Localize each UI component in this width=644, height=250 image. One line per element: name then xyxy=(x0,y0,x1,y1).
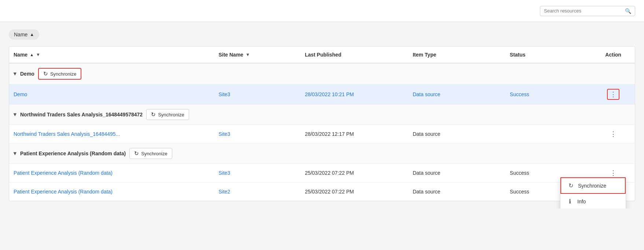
sync-icon: ↻ xyxy=(567,182,574,189)
row-last-published: 25/03/2022 07:22 PM xyxy=(301,164,408,182)
col-header-name: Name ▲ ▼ xyxy=(9,47,214,63)
group-row: ▶Demo↻Synchronize xyxy=(9,63,635,84)
row-last-published: 28/03/2022 12:17 PM xyxy=(301,125,408,144)
sort-arrow-icon: ▲ xyxy=(30,52,34,57)
action-menu-button[interactable]: ⋮ xyxy=(607,89,619,100)
sync-button-label: Synchronize xyxy=(158,112,184,117)
row-item-type: Data source xyxy=(408,125,505,144)
row-lastpub-link[interactable]: 28/03/2022 10:21 PM xyxy=(305,91,354,97)
col-header-status: Status xyxy=(505,47,592,63)
synchronize-button[interactable]: ↻Synchronize xyxy=(146,109,189,120)
group-name: Demo xyxy=(20,71,34,77)
table-row: Patient Experience Analysis (Random data… xyxy=(9,164,635,182)
sort-pill-label: Name xyxy=(14,32,27,37)
row-status xyxy=(505,125,592,144)
synchronize-button[interactable]: ↻Synchronize xyxy=(38,68,82,80)
expand-icon[interactable]: ▶ xyxy=(13,113,17,116)
table-row: Patient Experience Analysis (Random data… xyxy=(9,182,635,201)
filter-icon-name[interactable]: ▼ xyxy=(36,52,40,57)
top-bar: 🔍 xyxy=(0,0,644,22)
row-item-type: Data source xyxy=(408,182,505,201)
info-icon: ℹ xyxy=(566,198,574,205)
table-header-row: Name ▲ ▼ Site Name ▼ Last Published xyxy=(9,47,635,63)
col-header-site: Site Name ▼ xyxy=(214,47,300,63)
col-header-lastpub: Last Published xyxy=(301,47,408,63)
sync-icon: ↻ xyxy=(151,111,156,118)
row-site-link[interactable]: Site3 xyxy=(218,170,230,176)
row-name-link[interactable]: Patient Experience Analysis (Random data… xyxy=(14,170,113,176)
table-body: ▶Demo↻SynchronizeDemoSite328/03/2022 10:… xyxy=(9,63,635,201)
search-icon: 🔍 xyxy=(625,8,631,14)
row-last-published: 25/03/2022 07:22 PM xyxy=(301,182,408,201)
sync-icon: ↻ xyxy=(43,70,48,77)
sync-button-label: Synchronize xyxy=(50,71,77,77)
row-item-type: Data source xyxy=(408,84,505,105)
sort-chevron-icon: ▲ xyxy=(30,32,34,37)
context-menu-item-sync[interactable]: ↻Synchronize xyxy=(560,177,626,194)
context-menu-item-info[interactable]: ℹInfo xyxy=(560,194,626,209)
row-site-link[interactable]: Site3 xyxy=(218,91,230,97)
row-site-link[interactable]: Site3 xyxy=(218,131,230,137)
expand-icon[interactable]: ▶ xyxy=(13,72,17,75)
expand-icon[interactable]: ▶ xyxy=(13,152,17,155)
filter-icon-site[interactable]: ▼ xyxy=(246,52,250,57)
main-container: Name ▲ Name ▲ ▼ Site Name xyxy=(0,22,644,209)
row-site-link[interactable]: Site2 xyxy=(218,189,230,195)
row-name-link[interactable]: Demo xyxy=(14,91,27,97)
sync-button-label: Synchronize xyxy=(141,151,168,156)
search-box[interactable]: 🔍 xyxy=(540,6,635,16)
resources-table: Name ▲ ▼ Site Name ▼ Last Published xyxy=(9,47,635,201)
row-name-link[interactable]: Patient Experience Analysis (Random data… xyxy=(14,189,113,195)
group-name: Northwind Traders Sales Analysis_1648449… xyxy=(20,112,143,117)
action-menu-button[interactable]: ⋮ xyxy=(608,168,619,178)
table-row: DemoSite328/03/2022 10:21 PMData sourceS… xyxy=(9,84,635,105)
row-last-published: 28/03/2022 10:21 PM xyxy=(301,84,408,105)
row-action-cell: ⋮ xyxy=(592,84,635,105)
row-item-type: Data source xyxy=(408,164,505,182)
group-name: Patient Experience Analysis (Random data… xyxy=(20,151,126,156)
table-row: Northwind Traders Sales Analysis_1648449… xyxy=(9,125,635,144)
row-itemtype-link[interactable]: Data source xyxy=(413,91,440,97)
row-action-cell: ⋮ xyxy=(592,125,635,144)
group-row: ▶Patient Experience Analysis (Random dat… xyxy=(9,144,635,164)
row-name-link[interactable]: Northwind Traders Sales Analysis_1648449… xyxy=(14,131,120,137)
action-menu-button[interactable]: ⋮ xyxy=(608,129,619,139)
sort-pill[interactable]: Name ▲ xyxy=(9,29,39,40)
table-wrapper: Name ▲ ▼ Site Name ▼ Last Published xyxy=(9,46,635,201)
context-menu-label-info: Info xyxy=(577,199,586,204)
row-status: Success xyxy=(505,84,592,105)
col-header-itemtype: Item Type xyxy=(408,47,505,63)
row-status-link[interactable]: Success xyxy=(510,91,529,97)
search-input[interactable] xyxy=(544,8,625,14)
synchronize-button[interactable]: ↻Synchronize xyxy=(129,148,172,159)
context-menu-label-sync: Synchronize xyxy=(578,183,606,189)
col-header-action: Action xyxy=(592,47,635,63)
context-menu: ↻SynchronizeℹInfo❐Publish History🗑Remove xyxy=(560,177,626,209)
group-row: ▶Northwind Traders Sales Analysis_164844… xyxy=(9,105,635,125)
sync-icon: ↻ xyxy=(134,150,139,157)
